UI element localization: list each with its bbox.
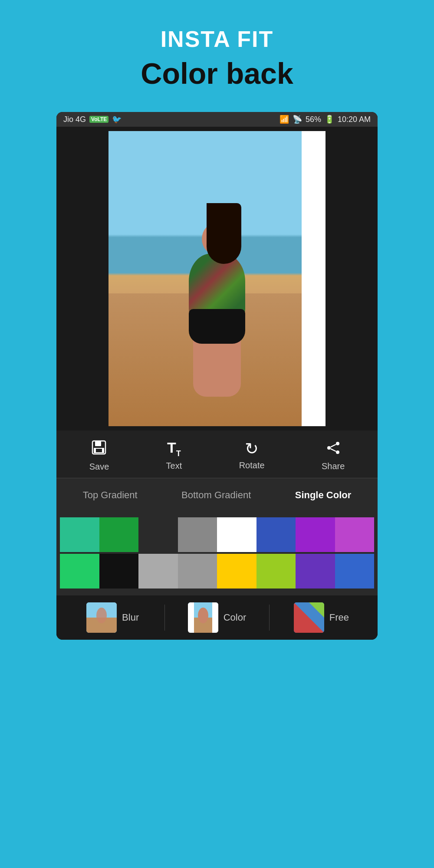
rotate-icon: ↻ bbox=[245, 441, 259, 457]
white-side-right bbox=[302, 131, 326, 426]
status-left: Jio 4G VoLTE 🐦 bbox=[63, 115, 122, 124]
status-bar: Jio 4G VoLTE 🐦 📶 📡 56% 🔋 10:20 AM bbox=[56, 112, 378, 127]
toolbar: Save TT Text ↻ Rotate Share bbox=[56, 431, 378, 478]
swatch-lightgray[interactable] bbox=[138, 554, 178, 589]
tab-bar: Top Gradient Bottom Gradient Single Colo… bbox=[56, 478, 378, 512]
bottom-nav-blur[interactable]: Blur bbox=[61, 602, 164, 633]
swatch-blue[interactable] bbox=[256, 517, 296, 552]
app-title: INSTA FIT bbox=[0, 26, 434, 52]
swatch-black[interactable] bbox=[99, 554, 139, 589]
signal-icon: 📡 bbox=[293, 115, 302, 124]
bottom-nav-color[interactable]: Color bbox=[165, 602, 269, 633]
svg-point-5 bbox=[327, 446, 331, 450]
blur-label: Blur bbox=[122, 612, 139, 623]
color-thumbnail bbox=[188, 602, 218, 633]
image-area bbox=[56, 127, 378, 431]
swatch-medgray[interactable] bbox=[178, 554, 217, 589]
swatch-lavender[interactable] bbox=[335, 517, 375, 552]
swatch-teal[interactable] bbox=[60, 517, 99, 552]
svg-point-4 bbox=[336, 442, 339, 445]
free-thumbnail bbox=[294, 602, 324, 633]
swatch-cobalt[interactable] bbox=[335, 554, 375, 589]
figure-hair bbox=[207, 203, 241, 264]
blur-thumbnail bbox=[86, 602, 117, 633]
carrier-text: Jio 4G bbox=[63, 115, 86, 124]
swatches-container bbox=[56, 512, 378, 595]
swatches-row-1 bbox=[60, 517, 374, 552]
text-icon: TT bbox=[167, 440, 181, 457]
figure-shorts bbox=[189, 309, 245, 344]
svg-point-14 bbox=[198, 608, 208, 623]
rotate-button[interactable]: ↻ Rotate bbox=[239, 441, 265, 470]
free-label: Free bbox=[329, 612, 349, 623]
share-icon bbox=[326, 440, 341, 458]
battery-icon: 🔋 bbox=[325, 115, 334, 124]
bottom-nav: Blur Color bbox=[56, 595, 378, 640]
twitter-icon: 🐦 bbox=[112, 115, 122, 124]
time-text: 10:20 AM bbox=[338, 115, 371, 124]
swatch-lime[interactable] bbox=[256, 554, 296, 589]
swatch-gray[interactable] bbox=[178, 517, 217, 552]
share-label: Share bbox=[322, 461, 345, 471]
phone-mockup: Jio 4G VoLTE 🐦 📶 📡 56% 🔋 10:20 AM bbox=[56, 112, 378, 640]
svg-point-11 bbox=[96, 608, 107, 623]
tab-bottom-gradient[interactable]: Bottom Gradient bbox=[173, 487, 260, 503]
swatch-white[interactable] bbox=[217, 517, 256, 552]
tab-top-gradient[interactable]: Top Gradient bbox=[74, 487, 146, 503]
swatch-mint[interactable] bbox=[60, 554, 99, 589]
svg-rect-1 bbox=[95, 441, 101, 446]
svg-line-8 bbox=[331, 449, 336, 451]
share-button[interactable]: Share bbox=[322, 440, 345, 471]
save-label: Save bbox=[89, 462, 109, 472]
swatch-yellow[interactable] bbox=[217, 554, 256, 589]
svg-rect-16 bbox=[212, 602, 218, 633]
swatches-row-2 bbox=[60, 554, 374, 589]
svg-point-6 bbox=[336, 450, 339, 454]
save-button[interactable]: Save bbox=[89, 439, 109, 472]
status-right: 📶 📡 56% 🔋 10:20 AM bbox=[279, 115, 371, 124]
volte-badge: VoLTE bbox=[89, 116, 108, 123]
photo bbox=[108, 131, 326, 426]
rotate-label: Rotate bbox=[239, 460, 265, 470]
svg-line-7 bbox=[331, 444, 336, 447]
app-subtitle: Color back bbox=[0, 56, 434, 90]
swatch-green[interactable] bbox=[99, 517, 139, 552]
battery-text: 56% bbox=[306, 115, 321, 124]
text-label: Text bbox=[166, 461, 182, 471]
color-label: Color bbox=[224, 612, 247, 623]
wifi-icon: 📶 bbox=[279, 115, 289, 124]
tab-single-color[interactable]: Single Color bbox=[286, 487, 360, 503]
swatch-darkgray[interactable] bbox=[138, 517, 178, 552]
bottom-nav-free[interactable]: Free bbox=[270, 602, 373, 633]
image-frame bbox=[108, 131, 326, 426]
text-button[interactable]: TT Text bbox=[166, 440, 182, 471]
header: INSTA FIT Color back bbox=[0, 0, 434, 103]
svg-rect-3 bbox=[96, 449, 102, 452]
svg-rect-15 bbox=[188, 602, 194, 633]
swatch-purple[interactable] bbox=[296, 517, 335, 552]
swatch-violet[interactable] bbox=[296, 554, 335, 589]
save-icon bbox=[91, 439, 107, 458]
